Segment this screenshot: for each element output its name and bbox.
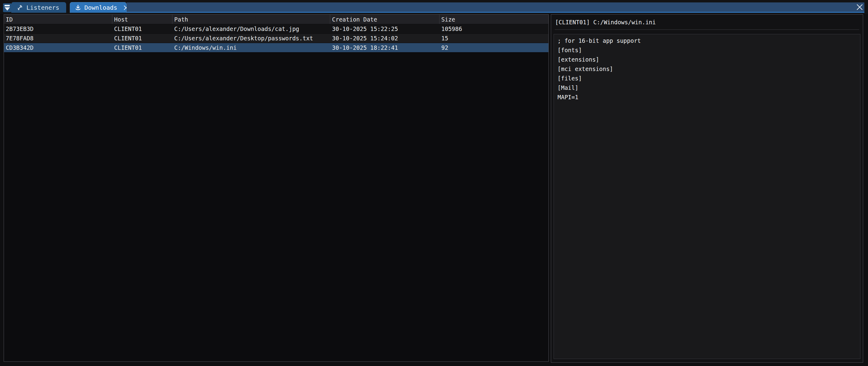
tab-downloads[interactable]: Downloads: [70, 2, 127, 13]
downloads-table: ID Host Path Creation Date Size 2B73EB3D…: [4, 14, 549, 362]
tab-listeners[interactable]: Listeners: [11, 2, 66, 13]
cell-host: CLIENT01: [112, 24, 173, 33]
app-window: Listeners Downloads: [0, 0, 868, 366]
tab-listeners-label: Listeners: [26, 4, 59, 11]
table-row[interactable]: 2B73EB3D CLIENT01 C:/Users/alexander/Dow…: [4, 24, 549, 34]
cell-creation-date: 30-10-2025 15:24:02: [330, 34, 439, 43]
cell-path: C:/Users/alexander/Downloads/cat.jpg: [173, 24, 330, 33]
tab-bar-filler: [127, 2, 864, 13]
satellite-signal-icon: [17, 4, 23, 11]
cell-path: C:/Users/alexander/Desktop/passwords.txt: [173, 34, 330, 43]
cell-host: CLIENT01: [112, 34, 173, 43]
cell-path: C:/Windows/win.ini: [173, 43, 330, 52]
dock-tab-bar: Listeners Downloads: [0, 0, 868, 14]
cell-host: CLIENT01: [112, 43, 173, 52]
column-header-size[interactable]: Size: [439, 14, 549, 24]
column-header-path[interactable]: Path: [173, 14, 330, 24]
cell-id: CD3B342D: [4, 43, 112, 52]
table-row[interactable]: 7E78FAD8 CLIENT01 C:/Users/alexander/Des…: [4, 34, 549, 43]
close-icon: [856, 3, 863, 11]
cell-creation-date: 30-10-2025 18:22:41: [330, 43, 439, 52]
table-row-selected[interactable]: CD3B342D CLIENT01 C:/Windows/win.ini 30-…: [4, 43, 549, 53]
cell-creation-date: 30-10-2025 15:22:25: [330, 24, 439, 33]
preview-title: [CLIENT01] C:/Windows/win.ini: [551, 14, 863, 26]
column-header-creation-date[interactable]: Creation Date: [330, 14, 439, 24]
file-content-view[interactable]: ; for 16-bit app support [fonts] [extens…: [554, 34, 860, 359]
dock-close-button[interactable]: [855, 3, 864, 11]
column-header-host[interactable]: Host: [112, 14, 173, 24]
collapse-icon: [5, 5, 10, 6]
cell-size: 92: [439, 43, 549, 52]
column-header-id[interactable]: ID: [4, 14, 112, 24]
tab-downloads-label: Downloads: [84, 4, 117, 11]
file-preview-panel: [CLIENT01] C:/Windows/win.ini ; for 16-b…: [551, 14, 863, 363]
table-header-row: ID Host Path Creation Date Size: [4, 14, 549, 24]
cell-id: 7E78FAD8: [4, 34, 112, 43]
cell-size: 15: [439, 34, 549, 43]
separator: [555, 29, 859, 30]
cell-size: 105986: [439, 24, 549, 33]
cell-id: 2B73EB3D: [4, 24, 112, 33]
collapse-triangle-icon: [5, 7, 10, 11]
collapse-tabs-button[interactable]: [3, 3, 11, 12]
download-icon: [75, 4, 81, 11]
